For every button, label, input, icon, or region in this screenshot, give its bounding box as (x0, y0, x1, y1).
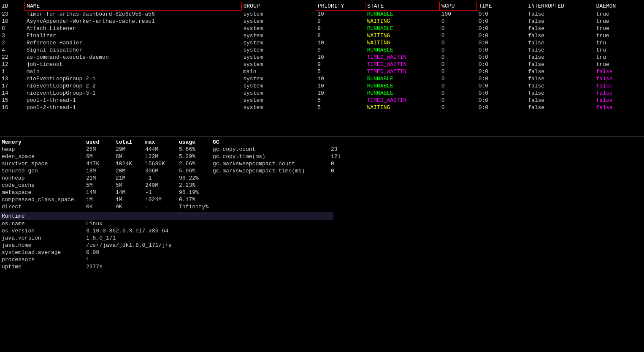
thread-name: nioEventLoopGroup-2-2 (25, 82, 242, 90)
th-id: ID (0, 2, 25, 11)
mem-max: 306M (143, 167, 177, 175)
thread-state: WAITING (365, 39, 440, 46)
gc-name (211, 182, 329, 189)
mem-name: code_cache (0, 182, 84, 189)
runtime-value: 0.00 (84, 249, 333, 256)
table-row: 17 nioEventLoopGroup-2-2 system 10 RUNNA… (0, 82, 644, 90)
thread-table: ID NAME GROUP PRIORITY STATE %CPU TIME I… (0, 2, 644, 111)
thread-id: 23 (0, 11, 25, 18)
mem-usage: 2.66% (177, 160, 211, 167)
main-container: ID NAME GROUP PRIORITY STATE %CPU TIME I… (0, 0, 644, 272)
list-item: systemload.average 0.00 (0, 249, 333, 256)
thread-daemon: false (595, 90, 644, 97)
list-item: compressed_class_space 1M 1M 1024M 0.17% (0, 196, 371, 203)
table-row: 12 job-timeout system 9 TIMED_WAITIN 0 0… (0, 61, 644, 68)
mem-usage: 5.96% (177, 167, 211, 175)
th-memory: Memory (0, 139, 84, 146)
list-item: metaspace 14M 14M -1 96.19% (0, 189, 371, 196)
mem-total: 29M (114, 146, 143, 153)
mem-total: 20M (114, 167, 143, 175)
thread-interrupted: false (526, 68, 594, 75)
mem-name: compressed_class_space (0, 196, 84, 203)
thread-state: WAITING (365, 104, 440, 111)
th-max: max (143, 139, 177, 146)
thread-interrupted: false (526, 97, 594, 104)
list-item: java.version 1.8.0_171 (0, 235, 333, 242)
thread-interrupted: false (526, 18, 594, 25)
thread-time: 0:0 (477, 97, 526, 104)
thread-group: system (241, 18, 316, 25)
thread-state: TIMED_WAITIN (365, 54, 440, 61)
runtime-key: uptime (0, 263, 84, 270)
mem-max: -1 (143, 189, 177, 196)
thread-table-body: 23 Timer-for-arthas-dashboard-82e6e958-a… (0, 11, 644, 112)
thread-group: system (241, 104, 316, 111)
thread-time: 0:0 (477, 11, 526, 18)
thread-group: system (241, 54, 316, 61)
thread-priority: 10 (316, 90, 365, 97)
th-cpu: %CPU (440, 2, 477, 11)
thread-priority: 10 (316, 54, 365, 61)
mem-used: 21M (84, 175, 114, 182)
list-item: uptime 2377s (0, 263, 333, 270)
mem-used: 25M (84, 146, 114, 153)
thread-daemon: true (595, 61, 644, 68)
mem-name: metaspace (0, 189, 84, 196)
list-item: java.home /usr/java/jdk1.8.0_171/jre (0, 242, 333, 249)
table-row: 4 Signal Dispatcher system 9 RUNNABLE 0 … (0, 46, 644, 54)
thread-id: 14 (0, 90, 25, 97)
thread-table-header-row: ID NAME GROUP PRIORITY STATE %CPU TIME I… (0, 2, 644, 11)
mem-used: 6M (84, 153, 114, 160)
thread-name: job-timeout (25, 61, 242, 68)
thread-id: 1 (0, 68, 25, 75)
table-row: 3 Finalizer system 8 WAITING 0 0:0 false… (0, 32, 644, 39)
thread-state: RUNNABLE (365, 90, 440, 97)
mem-usage: 0.17% (177, 196, 211, 203)
thread-group: system (241, 61, 316, 68)
bottom-section: Memory used total max usage GC heap 25M … (0, 136, 644, 272)
thread-cpu: 100 (440, 11, 477, 18)
th-usage: usage (177, 139, 211, 146)
gc-val: 0 (329, 167, 371, 175)
thread-time: 0:0 (477, 90, 526, 97)
thread-cpu: 0 (440, 18, 477, 25)
runtime-value: 1 (84, 256, 333, 263)
table-row: 22 as-command-execute-daemon system 10 T… (0, 54, 644, 61)
gc-name: gc.copy.count (211, 146, 329, 153)
thread-interrupted: false (526, 75, 594, 82)
list-item: tenured_gen 18M 20M 306M 5.96% gc.marksw… (0, 167, 371, 175)
mem-total: 8M (114, 153, 143, 160)
thread-daemon: false (595, 75, 644, 82)
thread-priority: 5 (316, 104, 365, 111)
mem-total: 0K (114, 203, 143, 210)
memory-table-body: heap 25M 29M 444M 5.66% gc.copy.count 23… (0, 146, 371, 210)
thread-group: system (241, 82, 316, 90)
th-group: GROUP (241, 2, 316, 11)
thread-state: RUNNABLE (365, 82, 440, 90)
mem-max: 240M (143, 182, 177, 189)
mem-max: -1 (143, 175, 177, 182)
mem-usage: 96.22% (177, 175, 211, 182)
list-item: nonheap 21M 21M -1 96.22% (0, 175, 371, 182)
thread-daemon: false (595, 104, 644, 111)
thread-cpu: 0 (440, 82, 477, 90)
mem-usage: 5.66% (177, 146, 211, 153)
runtime-table: os.name Linux os.version 3.10.0-862.6.3.… (0, 220, 333, 270)
runtime-value: Linux (84, 220, 333, 227)
th-interrupted: INTERRUPTED (526, 2, 594, 11)
mem-name: direct (0, 203, 84, 210)
mem-max: - (143, 203, 177, 210)
thread-cpu: 0 (440, 32, 477, 39)
thread-group: system (241, 39, 316, 46)
mem-max: 444M (143, 146, 177, 153)
table-row: 2 Reference Handler system 10 WAITING 0 … (0, 39, 644, 46)
thread-id: 15 (0, 97, 25, 104)
thread-name: AsyncAppender-Worker-arthas-cache.resul (25, 18, 242, 25)
thread-name: Reference Handler (25, 39, 242, 46)
memory-table-header: Memory used total max usage GC (0, 139, 371, 146)
mem-usage: 5.29% (177, 153, 211, 160)
mem-name: survivor_space (0, 160, 84, 167)
gc-name: gc.copy.time(ms) (211, 153, 329, 160)
thread-daemon: true (595, 25, 644, 32)
thread-name: as-command-execute-daemon (25, 54, 242, 61)
